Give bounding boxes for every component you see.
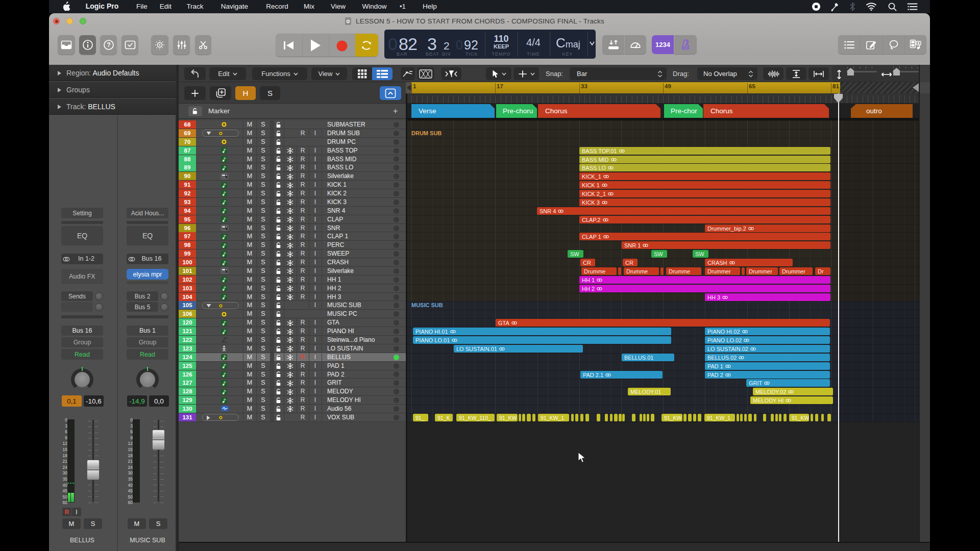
svg-text:?: ? — [107, 41, 111, 48]
